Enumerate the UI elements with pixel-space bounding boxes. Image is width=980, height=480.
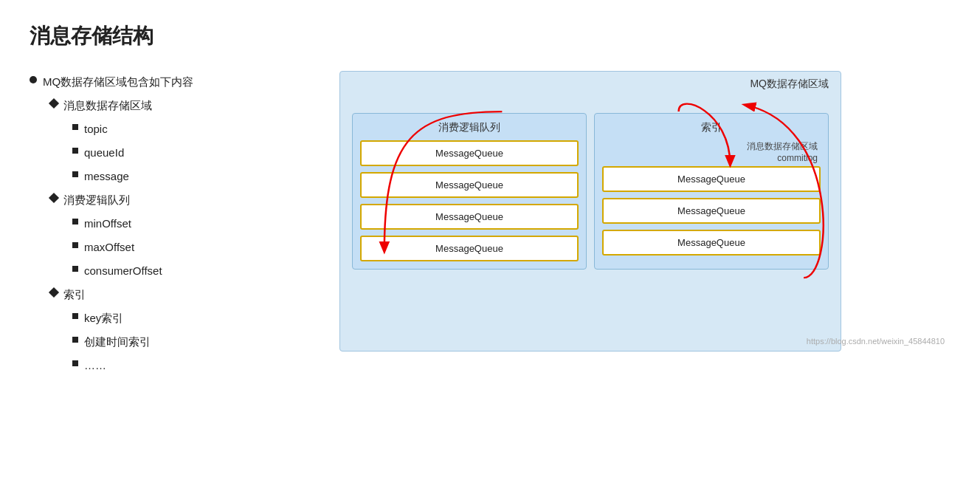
l2-item-3: 索引 [30,284,310,306]
mq-item-r3: MessageQueue [602,230,821,256]
l3-item-keyindex: key索引 [30,307,310,329]
l3-item-topic: topic [30,118,310,140]
l3-label-timeindex: 创建时间索引 [84,331,151,353]
l2-label-3: 索引 [63,284,86,306]
l2-item-1: 消息数据存储区域 [30,95,310,117]
mq-item-l4: MessageQueue [360,236,579,261]
bullet-diamond [49,98,59,109]
bullet-diamond [49,287,59,298]
l3-label-minoffset: minOffset [84,213,131,235]
l1-item: MQ数据存储区域包含如下内容 [30,71,310,93]
logic-queue-label: 消费逻辑队列 [360,121,579,134]
l3-item-consumeroffset: consumerOffset [30,260,310,282]
diagram-panel: MQ数据存储区域 消费逻辑队列 MessageQueue MessageQueu… [339,71,950,352]
bullet-square [72,242,78,248]
bullet-square [72,266,78,272]
l3-label-maxoffset: maxOffset [84,236,134,258]
l2-item-2: 消费逻辑队列 [30,189,310,211]
content-area: MQ数据存储区域包含如下内容 消息数据存储区域 topic queueId me… [30,71,950,378]
bullet-diamond [49,193,59,203]
l3-label-topic: topic [84,118,108,140]
l3-item-message: message [30,165,310,188]
l3-item-maxoffset: maxOffset [30,236,310,258]
outer-label: MQ数据存储区域 [750,78,829,91]
l1-label: MQ数据存储区域包含如下内容 [43,71,193,93]
bullet-square [72,337,78,343]
l3-label-message: message [84,165,129,188]
bullet-square [72,219,78,224]
l3-item-minoffset: minOffset [30,213,310,235]
l3-item-queueid: queueId [30,142,310,164]
index-label: 索引 [602,121,821,134]
l2-label-2: 消费逻辑队列 [63,189,130,211]
mq-item-l2: MessageQueue [360,172,579,198]
l3-label-queueid: queueId [84,142,124,164]
bullet-square [72,313,78,319]
left-panel: MQ数据存储区域包含如下内容 消息数据存储区域 topic queueId me… [30,71,310,378]
bullet-square [72,360,78,366]
data-store-sub-label2: commitlog [602,153,821,163]
l3-label-keyindex: key索引 [84,307,123,329]
mq-item-r2: MessageQueue [602,198,821,224]
data-store-sub-label1: 消息数据存储区域 [602,140,821,153]
l3-label-more: …… [84,354,106,377]
bullet-square [72,124,78,130]
l3-item-more: …… [30,354,310,377]
bullet-dot [30,76,37,83]
mq-item-l3: MessageQueue [360,204,579,230]
diagram-outer-box: MQ数据存储区域 消费逻辑队列 MessageQueue MessageQueu… [339,71,841,352]
bullet-square [72,171,78,177]
logic-queue-box: 消费逻辑队列 MessageQueue MessageQueue Message… [352,113,587,270]
watermark: https://blog.csdn.net/weixin_45844810 [807,337,945,346]
l2-label-1: 消息数据存储区域 [63,95,152,117]
l3-item-timeindex: 创建时间索引 [30,331,310,353]
mq-item-l1: MessageQueue [360,140,579,166]
l3-label-consumeroffset: consumerOffset [84,260,162,282]
mq-item-r1: MessageQueue [602,166,821,192]
diagram-inner-row: 消费逻辑队列 MessageQueue MessageQueue Message… [352,113,829,270]
index-box: 索引 消息数据存储区域 commitlog MessageQueue Messa… [594,113,829,270]
page-title: 消息存储结构 [30,22,950,50]
bullet-square [72,148,78,154]
